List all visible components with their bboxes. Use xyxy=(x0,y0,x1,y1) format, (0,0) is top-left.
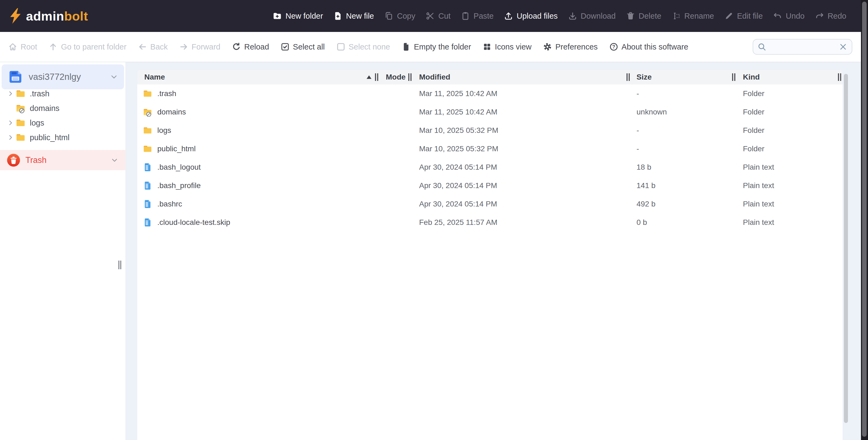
pencil-icon xyxy=(724,11,734,21)
cell-name: public_html xyxy=(137,144,376,153)
forward-button: Forward xyxy=(179,42,220,52)
button-label: Undo xyxy=(786,12,804,21)
reload-icon xyxy=(232,42,241,52)
table-row[interactable]: domains Mar 11, 2025 10:42 AM unknown Fo… xyxy=(137,103,842,121)
root-volume-label: vasi3772nlgy xyxy=(29,72,81,82)
root-button: Root xyxy=(8,42,37,52)
cell-modified: Feb 25, 2025 11:57 AM xyxy=(410,218,628,227)
rename-icon xyxy=(672,11,681,21)
file-name: .bashrc xyxy=(157,200,182,208)
column-resize-handle[interactable] xyxy=(375,73,378,81)
button-label: Edit file xyxy=(737,12,763,21)
arrow-up-icon xyxy=(49,42,58,52)
chevron-right-icon[interactable] xyxy=(7,119,15,126)
button-label: Reload xyxy=(244,42,269,52)
column-header-size[interactable]: Size xyxy=(637,73,652,82)
sidebar-item-root-volume[interactable]: vasi3772nlgy xyxy=(2,64,124,89)
cell-mode xyxy=(376,103,410,121)
cell-name: domains xyxy=(137,107,376,117)
cell-kind: Folder xyxy=(734,145,842,153)
cell-kind: Folder xyxy=(734,126,842,135)
about-button[interactable]: ? About this software xyxy=(609,42,688,52)
chevron-down-icon[interactable] xyxy=(110,73,118,81)
preferences-button[interactable]: Preferences xyxy=(543,42,597,52)
app-logo[interactable]: adminbolt xyxy=(0,7,88,24)
column-header-name[interactable]: Name xyxy=(144,73,165,82)
button-label: Delete xyxy=(639,12,661,21)
cell-kind: Plain text xyxy=(734,200,842,208)
page-scrollbar[interactable] xyxy=(861,0,868,440)
trash-circle-icon xyxy=(6,153,21,167)
sidebar-item-logs[interactable]: logs xyxy=(0,116,125,130)
checkbox-checked-icon xyxy=(280,42,290,52)
table-row[interactable]: .bash_profile Apr 30, 2024 05:14 PM 141 … xyxy=(137,177,842,195)
column-resize-handle[interactable] xyxy=(626,73,630,81)
sidebar-item-domains[interactable]: domains xyxy=(0,101,125,116)
sidebar-item-trash[interactable]: Trash xyxy=(0,150,125,170)
tree-item-label: .trash xyxy=(30,89,50,98)
button-label: Cut xyxy=(438,12,451,21)
search-box xyxy=(753,39,852,55)
icons-view-button[interactable]: Icons view xyxy=(483,42,531,52)
cell-kind: Folder xyxy=(734,89,842,98)
table-row[interactable]: logs Mar 10, 2025 05:32 PM - Folder xyxy=(137,121,842,139)
trash-label: Trash xyxy=(26,155,46,165)
button-label: New file xyxy=(346,12,374,21)
folder-icon xyxy=(15,89,26,98)
redo-icon xyxy=(815,11,824,21)
clear-search-icon[interactable] xyxy=(839,42,847,51)
table-body: .trash Mar 11, 2025 10:42 AM - Folder do… xyxy=(137,85,842,232)
column-header-mode[interactable]: Mode xyxy=(386,73,406,82)
button-label: Back xyxy=(150,42,167,52)
table-scrollbar-thumb[interactable] xyxy=(844,74,848,423)
new-folder-button[interactable]: New folder xyxy=(273,11,323,21)
table-row[interactable]: .bashrc Apr 30, 2024 05:14 PM 492 b Plai… xyxy=(137,195,842,213)
paste-button: Paste xyxy=(461,11,494,21)
cell-modified: Apr 30, 2024 05:14 PM xyxy=(410,163,628,171)
table-row[interactable]: .cloud-locale-test.skip Feb 25, 2025 11:… xyxy=(137,213,842,232)
chevron-right-icon[interactable] xyxy=(7,90,15,97)
table-row[interactable]: public_html Mar 10, 2025 05:32 PM - Fold… xyxy=(137,139,842,158)
undo-icon xyxy=(773,11,782,21)
column-resize-handle[interactable] xyxy=(838,73,841,81)
svg-text:?: ? xyxy=(612,44,615,50)
chevron-down-icon[interactable] xyxy=(111,156,118,164)
tree-spacer xyxy=(7,105,15,112)
sidebar-item-public-html[interactable]: public_html xyxy=(0,130,125,145)
sidebar-item-trash-folder[interactable]: .trash xyxy=(0,86,125,101)
page-scrollbar-thumb[interactable] xyxy=(862,2,867,437)
cell-name: logs xyxy=(137,126,376,135)
reload-button[interactable]: Reload xyxy=(232,42,269,52)
trash-icon xyxy=(626,11,635,21)
button-label: Copy xyxy=(397,12,415,21)
cell-modified: Mar 11, 2025 10:42 AM xyxy=(410,89,628,98)
cell-name: .cloud-locale-test.skip xyxy=(137,218,376,227)
table-row[interactable]: .bash_logout Apr 30, 2024 05:14 PM 18 b … xyxy=(137,158,842,177)
column-resize-handle[interactable] xyxy=(732,73,735,81)
search-input[interactable] xyxy=(770,42,836,52)
file-name: .cloud-locale-test.skip xyxy=(157,218,230,227)
redo-button: Redo xyxy=(815,11,846,21)
table-row[interactable]: .trash Mar 11, 2025 10:42 AM - Folder xyxy=(137,85,842,103)
chevron-right-icon[interactable] xyxy=(7,134,15,141)
column-header-modified[interactable]: Modified xyxy=(419,73,450,82)
empty-folder-button[interactable]: Empty the folder xyxy=(402,42,471,52)
cell-size: - xyxy=(628,126,734,135)
file-icon xyxy=(143,199,152,209)
home-icon xyxy=(8,42,17,52)
new-file-button[interactable]: New file xyxy=(333,11,374,21)
sidebar-resize-handle[interactable] xyxy=(118,260,122,269)
gear-icon xyxy=(543,42,552,52)
cell-name: .bash_logout xyxy=(137,163,376,172)
upload-files-button[interactable]: Upload files xyxy=(504,11,558,21)
empty-folder-icon xyxy=(402,42,411,52)
cell-size: 141 b xyxy=(628,181,734,190)
restricted-folder-icon xyxy=(143,107,152,117)
folder-icon xyxy=(15,118,26,128)
select-all-button[interactable]: Select all xyxy=(280,42,325,52)
file-icon xyxy=(143,181,152,190)
column-header-kind[interactable]: Kind xyxy=(743,73,760,82)
button-label: Icons view xyxy=(495,42,531,52)
button-label: New folder xyxy=(285,12,323,21)
column-resize-handle[interactable] xyxy=(408,73,411,81)
